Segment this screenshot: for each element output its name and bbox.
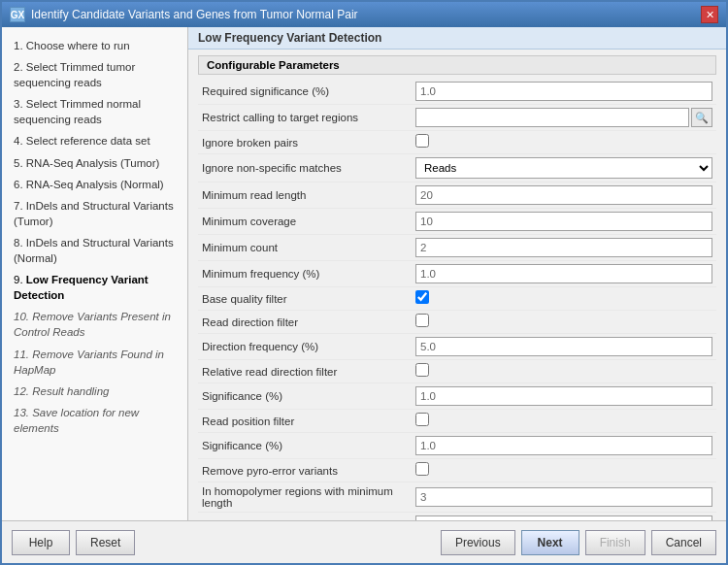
section-header: Configurable Parameters <box>198 55 716 75</box>
param-label-8: Base quality filter <box>202 293 415 305</box>
sidebar-item-9[interactable]: 9. Low Frequency Variant Detection <box>8 269 182 306</box>
checkbox-input-15[interactable] <box>415 462 429 476</box>
text-input-0[interactable] <box>415 82 712 101</box>
title-bar-left: GX Identify Candidate Variants and Genes… <box>10 7 358 22</box>
sidebar-item-10[interactable]: 10. Remove Variants Present in Control R… <box>8 306 182 343</box>
sidebar-item-13[interactable]: 13. Save location for new elements <box>8 402 182 439</box>
param-input-12 <box>415 386 712 406</box>
param-row-3: Ignore non-specific matchesReadsNoneRead… <box>198 154 716 183</box>
params-container: Required significance (%)Restrict callin… <box>198 79 716 520</box>
param-row-15: Remove pyro-error variants <box>198 459 716 482</box>
sidebar-item-12[interactable]: 12. Result handling <box>8 381 182 402</box>
param-row-5: Minimum coverage <box>198 209 716 235</box>
param-input-0 <box>415 82 712 101</box>
text-input-5[interactable] <box>415 212 712 231</box>
param-row-12: Significance (%) <box>198 383 716 410</box>
param-row-9: Read direction filter <box>198 311 716 334</box>
panel-title: Low Frequency Variant Detection <box>188 27 726 50</box>
param-row-0: Required significance (%) <box>198 79 716 105</box>
sidebar-item-3[interactable]: 3. Select Trimmed normal sequencing read… <box>8 93 182 130</box>
param-row-14: Significance (%) <box>198 433 716 459</box>
param-input-14 <box>415 436 712 455</box>
param-label-13: Read position filter <box>202 415 415 427</box>
next-button[interactable]: Next <box>521 530 579 555</box>
param-label-2: Ignore broken pairs <box>202 137 415 149</box>
panel-content: Configurable Parameters Required signifi… <box>188 50 726 520</box>
content-area: 1. Choose where to run2. Select Trimmed … <box>2 27 726 520</box>
param-input-10 <box>415 337 712 356</box>
param-label-1: Restrict calling to target regions <box>202 112 415 123</box>
sidebar-item-7[interactable]: 7. InDels and Structural Variants (Tumor… <box>8 195 182 232</box>
finish-button[interactable]: Finish <box>585 530 645 555</box>
param-label-15: Remove pyro-error variants <box>202 465 415 477</box>
param-input-15 <box>415 462 712 479</box>
sidebar-item-8[interactable]: 8. InDels and Structural Variants (Norma… <box>8 232 182 269</box>
param-label-10: Direction frequency (%) <box>202 341 415 352</box>
previous-button[interactable]: Previous <box>441 530 515 555</box>
text-input-4[interactable] <box>415 185 712 205</box>
param-row-13: Read position filter <box>198 410 716 433</box>
param-input-2 <box>415 134 712 150</box>
text-input-16[interactable] <box>415 487 712 507</box>
text-input-10[interactable] <box>415 337 712 356</box>
param-input-13 <box>415 413 712 429</box>
param-label-12: Significance (%) <box>202 390 415 402</box>
sidebar-item-1[interactable]: 1. Choose where to run <box>8 35 182 56</box>
param-input-9 <box>415 314 712 330</box>
param-row-7: Minimum frequency (%) <box>198 261 716 287</box>
bottom-right-buttons: Previous Next Finish Cancel <box>441 530 716 555</box>
param-row-1: Restrict calling to target regions🔍 <box>198 105 716 131</box>
sidebar: 1. Choose where to run2. Select Trimmed … <box>2 27 188 520</box>
param-label-14: Significance (%) <box>202 440 415 451</box>
text-input-12[interactable] <box>415 386 712 406</box>
checkbox-input-8[interactable] <box>415 290 429 304</box>
param-label-4: Minimum read length <box>202 189 415 201</box>
param-input-11 <box>415 363 712 380</box>
param-input-8 <box>415 290 712 307</box>
param-label-7: Minimum frequency (%) <box>202 268 415 280</box>
param-label-3: Ignore non-specific matches <box>202 162 415 174</box>
window-title: Identify Candidate Variants and Genes fr… <box>31 8 358 21</box>
text-input-6[interactable] <box>415 238 712 257</box>
param-input-7 <box>415 264 712 283</box>
app-icon: GX <box>10 7 25 22</box>
param-row-16: In homopolymer regions with minimum leng… <box>198 482 716 513</box>
checkbox-input-11[interactable] <box>415 363 429 377</box>
param-label-9: Read direction filter <box>202 316 415 328</box>
sidebar-item-2[interactable]: 2. Select Trimmed tumor sequencing reads <box>8 56 182 93</box>
select-input-3[interactable]: ReadsNoneReadsBoth <box>415 157 712 179</box>
text-input-7[interactable] <box>415 264 712 283</box>
browse-button-1[interactable]: 🔍 <box>691 108 712 127</box>
sidebar-item-5[interactable]: 5. RNA-Seq Analysis (Tumor) <box>8 152 182 174</box>
param-row-11: Relative read direction filter <box>198 360 716 383</box>
param-row-17: With frequency below <box>198 513 716 520</box>
checkbox-input-13[interactable] <box>415 413 429 426</box>
param-input-5 <box>415 212 712 231</box>
cancel-button[interactable]: Cancel <box>651 530 716 555</box>
reset-button[interactable]: Reset <box>76 530 135 555</box>
param-row-10: Direction frequency (%) <box>198 334 716 360</box>
param-row-2: Ignore broken pairs <box>198 131 716 154</box>
param-label-5: Minimum coverage <box>202 216 415 227</box>
param-input-16 <box>415 487 712 507</box>
bottom-left-buttons: Help Reset <box>12 530 135 555</box>
close-button[interactable]: ✕ <box>701 6 718 23</box>
sidebar-item-4[interactable]: 4. Select reference data set <box>8 130 182 151</box>
text-input-1[interactable] <box>415 108 689 127</box>
main-panel: Low Frequency Variant Detection Configur… <box>188 27 726 520</box>
checkbox-input-9[interactable] <box>415 314 429 327</box>
text-input-14[interactable] <box>415 436 712 455</box>
help-button[interactable]: Help <box>12 530 70 555</box>
title-bar: GX Identify Candidate Variants and Genes… <box>2 2 726 27</box>
sidebar-item-11[interactable]: 11. Remove Variants Found in HapMap <box>8 344 182 381</box>
param-row-6: Minimum count <box>198 235 716 261</box>
param-label-16: In homopolymer regions with minimum leng… <box>202 485 415 509</box>
checkbox-input-2[interactable] <box>415 134 429 148</box>
param-input-1: 🔍 <box>415 108 712 127</box>
param-label-6: Minimum count <box>202 242 415 253</box>
param-label-11: Relative read direction filter <box>202 366 415 378</box>
param-input-3: ReadsNoneReadsBoth <box>415 157 712 179</box>
sidebar-item-6[interactable]: 6. RNA-Seq Analysis (Normal) <box>8 174 182 195</box>
param-input-4 <box>415 185 712 205</box>
param-row-4: Minimum read length <box>198 183 716 209</box>
